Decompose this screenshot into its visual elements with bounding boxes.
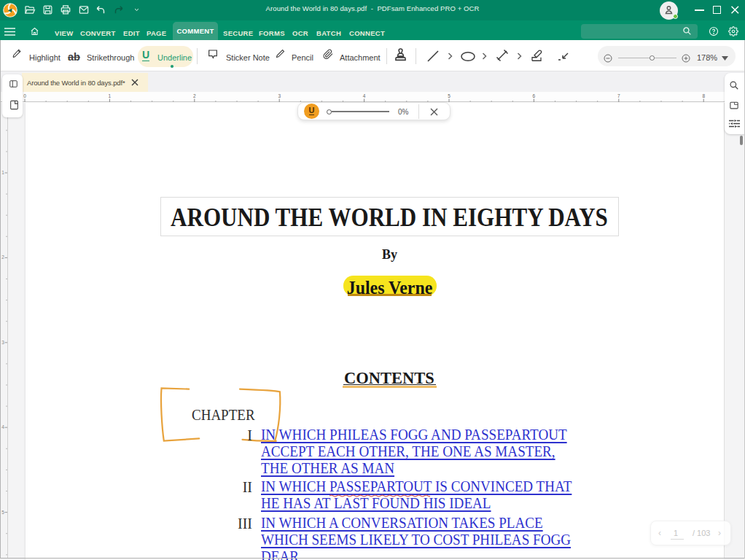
svg-text:4: 4 [363,93,366,98]
svg-text:5: 5 [1,510,4,515]
svg-text:1: 1 [109,93,112,98]
svg-text:5: 5 [448,93,450,98]
svg-text:4: 4 [1,424,4,429]
svg-text:3: 3 [1,340,4,345]
svg-text:7: 7 [617,93,620,98]
svg-text:8: 8 [702,93,705,98]
svg-text:3: 3 [278,93,281,98]
svg-text:0: 0 [23,93,26,98]
svg-text:1: 1 [1,170,4,175]
svg-text:2: 2 [1,254,4,260]
svg-text:2: 2 [193,93,196,98]
svg-text:6: 6 [533,93,536,98]
